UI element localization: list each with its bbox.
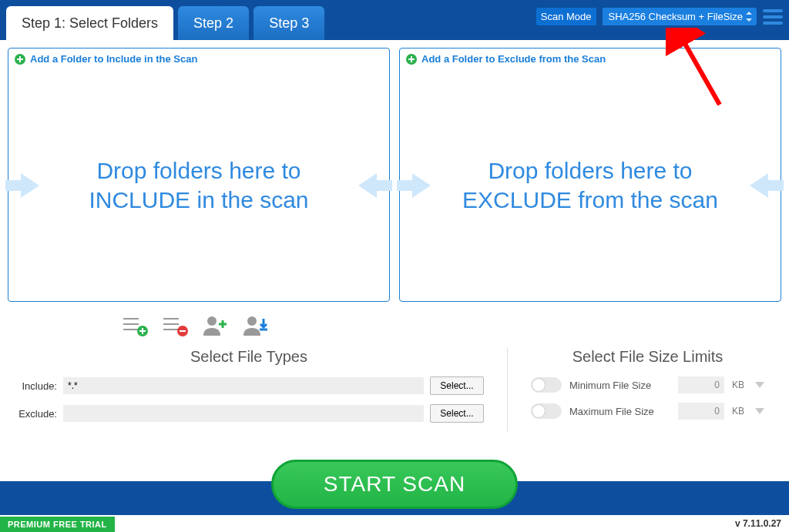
top-bar: Step 1: Select Folders Step 2 Step 3 Sca… [0, 0, 789, 40]
tab-step-3[interactable]: Step 3 [253, 6, 324, 40]
add-exclude-label: Add a Folder to Exclude from the Scan [421, 53, 606, 65]
start-bar: START SCAN [0, 481, 789, 515]
max-size-dropdown-icon[interactable] [755, 408, 764, 414]
max-size-unit[interactable]: KB [732, 406, 747, 417]
arrow-left-icon [750, 173, 768, 198]
min-size-input[interactable] [678, 376, 724, 393]
plus-icon [406, 54, 417, 65]
add-include-label: Add a Folder to Include in the Scan [30, 53, 197, 65]
trial-badge[interactable]: PREMIUM FREE TRIAL [0, 517, 115, 532]
scan-mode-label: Scan Mode [536, 8, 596, 25]
remove-list-icon[interactable] [162, 314, 188, 337]
add-user-icon[interactable] [202, 314, 228, 337]
include-types-label: Include: [14, 380, 57, 392]
tab-step-1[interactable]: Step 1: Select Folders [6, 6, 173, 40]
include-drop-text: Drop folders here to INCLUDE in the scan [49, 156, 349, 214]
filters-area: Select File Types Include: Select... Exc… [0, 348, 778, 446]
exclude-dropzone[interactable]: Add a Folder to Exclude from the Scan Dr… [399, 48, 781, 302]
footer: v 7.11.0.27 [0, 515, 789, 532]
max-size-label: Maximum File Size [569, 406, 670, 417]
min-size-unit[interactable]: KB [732, 380, 747, 390]
add-exclude-folder-button[interactable]: Add a Folder to Exclude from the Scan [400, 49, 781, 69]
arrow-right-icon [21, 173, 39, 198]
exclude-types-select-button[interactable]: Select... [430, 404, 484, 423]
min-size-dropdown-icon[interactable] [755, 382, 764, 388]
min-size-toggle[interactable] [531, 377, 562, 393]
import-user-icon[interactable] [242, 314, 268, 337]
file-size-title: Select File Size Limits [531, 348, 764, 366]
file-types-title: Select File Types [14, 348, 484, 366]
menu-icon[interactable] [763, 9, 783, 25]
include-types-input[interactable] [63, 377, 424, 394]
exclude-drop-text: Drop folders here to EXCLUDE from the sc… [440, 156, 740, 214]
min-size-label: Minimum File Size [569, 380, 670, 391]
max-size-input[interactable] [678, 403, 724, 420]
main-area: Add a Folder to Include in the Scan Drop… [0, 40, 789, 309]
svg-point-11 [207, 316, 217, 326]
include-drop-body: Drop folders here to INCLUDE in the scan [8, 69, 389, 301]
plus-icon [15, 54, 25, 65]
version-label: v 7.11.0.27 [735, 518, 781, 529]
exclude-types-label: Exclude: [14, 408, 57, 420]
include-dropzone[interactable]: Add a Folder to Include in the Scan Drop… [8, 48, 390, 302]
tab-step-2[interactable]: Step 2 [178, 6, 249, 40]
scan-mode-select[interactable]: SHA256 Checksum + FileSize [603, 8, 757, 25]
exclude-types-input[interactable] [63, 405, 424, 422]
include-types-select-button[interactable]: Select... [430, 376, 484, 395]
file-types-section: Select File Types Include: Select... Exc… [14, 348, 507, 432]
folder-list-actions [122, 314, 789, 337]
arrow-right-icon [412, 173, 431, 198]
add-include-folder-button[interactable]: Add a Folder to Include in the Scan [8, 49, 389, 69]
add-list-icon[interactable] [122, 314, 148, 337]
exclude-drop-body: Drop folders here to EXCLUDE from the sc… [400, 69, 781, 301]
start-scan-button[interactable]: START SCAN [271, 460, 518, 509]
arrow-left-icon [358, 173, 377, 198]
file-size-section: Select File Size Limits Minimum File Siz… [507, 348, 764, 432]
max-size-toggle[interactable] [531, 403, 562, 419]
svg-point-14 [247, 316, 257, 326]
